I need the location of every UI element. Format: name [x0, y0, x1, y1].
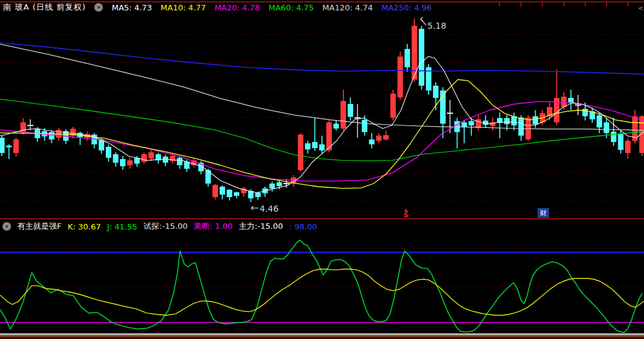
candle-body: [0, 138, 5, 153]
candle-body: [376, 136, 381, 141]
high-price-label: 5.18: [427, 21, 446, 31]
candle-body: [234, 192, 239, 196]
candle-body: [504, 118, 510, 124]
candle-body: [334, 124, 339, 129]
candle-body: [369, 140, 375, 144]
ma-line-MA5: [0, 56, 644, 193]
candle-body: [348, 104, 353, 117]
low-price-label: 4.46: [260, 204, 279, 214]
panel-series-J: [0, 240, 642, 333]
candle-body: [391, 94, 396, 118]
ma-line-MA120: [0, 44, 644, 130]
wealth-badge-text: 财: [540, 209, 547, 217]
ma20-label: MA20: 4.78: [214, 3, 260, 12]
candle-body: [149, 152, 154, 158]
candle-body: [305, 143, 310, 149]
candle-body: [141, 154, 147, 162]
high-pointer-arrowhead: [421, 17, 423, 19]
candle-body: [462, 122, 467, 127]
candle-body: [177, 158, 182, 165]
panel-series-K: [0, 269, 644, 316]
candle-body: [433, 86, 438, 98]
indicator-value-k: K: 30.67: [67, 222, 100, 231]
ma120-label: MA120: 4.74: [323, 3, 373, 12]
indicator-header: ▾ 有主就是强F K: 30.67 J: 41.55 试探:-15.00 果断:…: [2, 221, 317, 232]
stock-title[interactable]: 南 玻А (日线 前复权): [3, 2, 86, 13]
candle-body: [269, 184, 275, 188]
candle-body: [227, 190, 232, 197]
money-marker-arrow-icon: ▲: [404, 207, 408, 213]
ma60-label: MA60: 4.75: [269, 3, 314, 12]
candle-body: [106, 147, 111, 158]
candle-body: [113, 154, 118, 163]
candle-body: [625, 141, 631, 153]
candle-body: [405, 49, 410, 67]
candle-body: [220, 187, 225, 195]
candle-body: [13, 140, 19, 153]
candle-body: [397, 57, 403, 98]
candle-body: [298, 135, 304, 170]
candle-body: [533, 116, 538, 124]
indicator-value-guoduan: 果断: 1.00: [194, 221, 233, 232]
corner-chevron-icon[interactable]: <: [638, 4, 643, 12]
candle-body: [120, 159, 125, 166]
candle-body: [597, 115, 602, 127]
ma-line-MA10: [0, 80, 644, 188]
ma-line-MA250: [0, 43, 644, 74]
indicator-value-j: J: 41.55: [107, 222, 138, 231]
candle-body: [568, 98, 574, 103]
candle-body: [618, 133, 623, 150]
ma250-label: MA250: 4.96: [381, 3, 432, 12]
indicator-value-zhuli: 主力:-15.00: [239, 221, 283, 232]
candle-body: [383, 135, 389, 140]
stock-chart-canvas[interactable]: 5.184.46s▲财: [0, 0, 644, 339]
ma10-label: MA10: 4.77: [160, 3, 206, 12]
indicator-value-shitan: 试探:-15.00: [143, 221, 187, 232]
candle-body: [604, 122, 609, 133]
candle-body: [255, 193, 261, 197]
candle-body: [49, 132, 54, 140]
candle-body: [419, 29, 424, 86]
candle-body: [554, 98, 560, 122]
candle-body: [582, 109, 588, 116]
ma5-label: MA5: 4.73: [111, 3, 152, 12]
candle-body: [519, 117, 524, 136]
candle-body: [362, 120, 367, 132]
indicator-name[interactable]: 有主就是强F: [17, 221, 61, 232]
candle-body: [205, 170, 211, 184]
candle-body: [212, 185, 218, 197]
candle-body: [511, 116, 517, 125]
candle-body: [340, 101, 346, 129]
candle-body: [277, 182, 282, 186]
candle-body: [312, 142, 318, 148]
main-chart-header: 南 玻А (日线 前复权) ▾ MA5: 4.73 MA10: 4.77 MA2…: [3, 2, 432, 13]
candle-body: [127, 160, 133, 165]
candle-body: [319, 144, 324, 151]
indicator-value-98: : 98.00: [289, 222, 317, 231]
candle-body: [6, 146, 12, 147]
candle-body: [476, 119, 481, 128]
chevron-down-icon[interactable]: ▾: [94, 3, 103, 12]
candle-body: [170, 156, 175, 161]
candle-body: [611, 132, 616, 142]
candle-body: [468, 121, 474, 125]
indicator-chevron-down-icon[interactable]: ▾: [2, 222, 11, 231]
